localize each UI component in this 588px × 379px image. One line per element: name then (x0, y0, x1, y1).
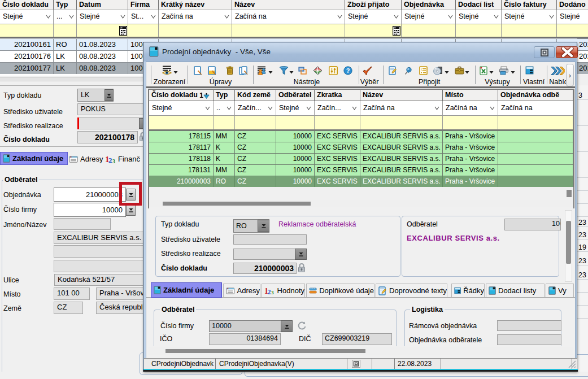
detail-typ-spinner[interactable] (258, 220, 269, 232)
new-button[interactable] (194, 66, 202, 75)
detail-vertical-scrollbar[interactable] (565, 210, 572, 282)
caret-down-icon[interactable] (511, 71, 515, 74)
view-table-button[interactable] (257, 66, 267, 75)
bg-quickfilter-cell[interactable] (232, 24, 345, 37)
bg-tab-financni[interactable]: 123Finanč (105, 153, 145, 165)
bg-column-header[interactable]: Objednávka (402, 0, 456, 10)
bg-tab-zakladni-udaje[interactable]: Základní údaje (0, 152, 68, 165)
close-button[interactable] (556, 46, 578, 58)
dlg-column-header[interactable]: Objednávka odbě (498, 90, 573, 101)
dlg-column-header[interactable]: Odběratel (276, 90, 315, 101)
print-button[interactable] (499, 66, 509, 75)
bg-column-header[interactable]: Krátký název (159, 0, 232, 10)
bg-column-header[interactable]: Číslo dokladu (0, 0, 54, 10)
toolbar-expand-button[interactable]: › (566, 64, 574, 86)
dlg-column-header[interactable]: Typ (214, 90, 235, 101)
params-button[interactable] (329, 66, 338, 75)
bg-filter-cell[interactable]: ... (54, 10, 77, 24)
bg-column-header[interactable]: Datum (77, 0, 128, 10)
cislo-firmy-field[interactable]: 10000 (54, 203, 126, 217)
dialog-tab-7[interactable]: Vy (546, 284, 574, 297)
dlg-quickfilter-cell[interactable] (235, 115, 276, 129)
select-button[interactable] (362, 66, 373, 76)
cislo-dokladu-field[interactable]: 202100178 (77, 131, 138, 143)
detail-cislo-dokladu-field[interactable]: 210000003 (233, 263, 297, 274)
dlg-quickfilter-cell[interactable] (360, 115, 443, 129)
ulice-field[interactable]: Kodaňská 521/57 (54, 274, 145, 286)
nazev2-field[interactable] (54, 245, 145, 258)
bg-filter-cell[interactable]: Začíná na (232, 10, 345, 24)
bg-filter-cell[interactable]: Stejné (402, 10, 456, 24)
dlg-quickfilter-cell[interactable] (498, 115, 573, 129)
dlg-quickfilter-cell[interactable] (214, 115, 235, 129)
jmeno-nazev-field[interactable] (54, 218, 111, 230)
bg-column-header[interactable]: Dodací list (456, 0, 502, 10)
cislo-firmy-spinner[interactable] (126, 204, 136, 216)
caret-down-icon[interactable] (465, 71, 469, 74)
caret-down-icon[interactable] (173, 71, 178, 74)
content-ramcova-field[interactable] (497, 320, 561, 331)
bg-column-header[interactable]: Číslo faktury (502, 0, 557, 10)
view-menu-button[interactable] (162, 66, 173, 76)
bg-column-header[interactable]: Dodáno (557, 0, 588, 10)
tasks-button[interactable] (419, 66, 428, 75)
dialog-tab-5[interactable]: Řádky (451, 284, 485, 297)
stredisko-realizace-field[interactable] (79, 117, 145, 129)
nazev3-field[interactable] (54, 260, 145, 272)
objednavka-field[interactable]: 210000003 (54, 188, 126, 202)
dlg-grid-vscroll-thumb[interactable] (567, 190, 572, 197)
bg-filter-cell[interactable]: Stejné (0, 10, 54, 24)
dialog-tab-1[interactable]: Adresy (223, 284, 260, 297)
caret-down-icon[interactable] (489, 71, 494, 74)
bg-quickfilter-cell[interactable] (128, 24, 159, 37)
sphere-button[interactable] (313, 66, 323, 75)
dlg-filter-cell[interactable]: Začíná na (498, 101, 573, 115)
bg-tab-adresy[interactable]: Adresy (69, 153, 104, 165)
dlg-filter-cell[interactable]: Stejné (276, 101, 315, 115)
dlg-column-header[interactable]: Místo (443, 90, 498, 101)
misto-field[interactable]: Praha - Vršovi (96, 287, 145, 300)
dialog-tab-4[interactable]: Doprovodné texty (376, 284, 447, 297)
note-button[interactable] (389, 66, 397, 75)
dlg-filter-cell[interactable]: Začín... (235, 101, 276, 115)
detail-odberatel-field[interactable]: 10000 (504, 219, 561, 230)
dialog-tab-3[interactable]: Doplňkové údaje (306, 284, 374, 297)
dialog-titlebar[interactable]: Prodejní objednávky - Vše, Vše (144, 43, 576, 62)
bg-filter-cell[interactable]: Stejné (456, 10, 502, 24)
refresh-icon-wrap[interactable] (297, 321, 307, 332)
statusbar-icon-wrap[interactable] (352, 360, 360, 369)
bg-column-header[interactable]: Firma (128, 0, 159, 10)
detail-stredisko-spinner[interactable] (295, 249, 307, 260)
date-picker-button[interactable] (393, 26, 400, 38)
briefcase-button[interactable] (455, 66, 464, 75)
bg-filter-cell[interactable]: Začíná na (159, 10, 232, 24)
dlg-filter-cell[interactable]: .. (214, 101, 235, 115)
statusbar-resize-grip[interactable] (568, 360, 576, 368)
caret-down-icon[interactable] (268, 71, 273, 74)
detail-stredisko-uzivatele-field[interactable] (233, 234, 307, 245)
excel-button[interactable] (480, 66, 487, 75)
restore-button[interactable] (534, 46, 555, 58)
pin-button[interactable] (404, 66, 412, 75)
dialog-tab-6[interactable]: Dodací listy (486, 284, 545, 297)
bg-filter-cell[interactable]: Stejné (557, 10, 588, 24)
bg-filter-cell[interactable]: Stejné (345, 10, 402, 24)
content-ico-field[interactable]: 01384694 (209, 333, 281, 345)
dlg-filter-cell[interactable]: Začín... (315, 101, 360, 115)
bg-column-header[interactable]: Zboží přijato (345, 0, 402, 10)
scrollbar-thumb[interactable] (165, 349, 365, 353)
media-button[interactable] (433, 66, 443, 75)
date-picker-button[interactable] (119, 26, 127, 38)
dlg-column-header[interactable]: Kód země (235, 90, 276, 101)
nazev-firmy-field[interactable]: EXCALIBUR SERVIS a.s. (54, 232, 145, 244)
content-horizontal-scrollbar[interactable] (148, 347, 573, 355)
content-cislo-firmy-spinner[interactable] (281, 320, 293, 332)
content-cislo-firmy-field[interactable]: 10000 (209, 320, 293, 332)
dlg-filter-cell[interactable]: Začíná na (443, 101, 498, 115)
objects-button[interactable] (298, 66, 307, 75)
dlg-quickfilter-cell[interactable] (149, 115, 214, 129)
filter-button[interactable] (279, 66, 289, 75)
bg-filter-cell[interactable]: St... (128, 10, 159, 24)
stredisko-uzivatele-field[interactable]: POKUS (77, 103, 145, 115)
bg-quickfilter-cell[interactable] (557, 24, 588, 37)
